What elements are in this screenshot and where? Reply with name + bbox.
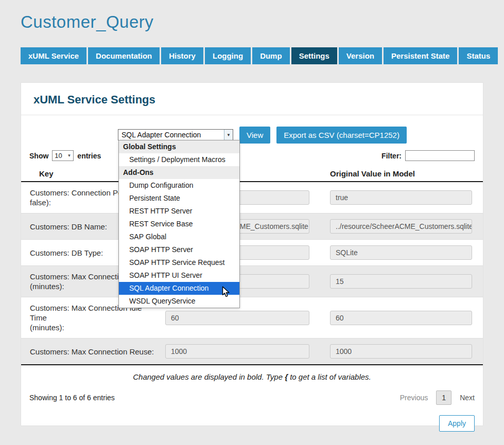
table-row: Customers: Max Connection Idle Time (min… — [21, 297, 483, 338]
tab-version[interactable]: Version — [339, 47, 382, 64]
table-row: Customers: Max Connection Reuse: 1000 10… — [21, 338, 483, 364]
view-button[interactable]: View — [239, 127, 270, 144]
page-size-value: 10 — [55, 152, 62, 159]
table-header: Key Value Original Value in Model — [21, 166, 483, 182]
option-sql-adapter-connection[interactable]: SQL Adapter Connection — [119, 282, 239, 295]
page-number-button[interactable]: 1 — [436, 390, 451, 405]
option-wsdl-queryservice[interactable]: WSDL QueryService — [119, 295, 239, 308]
table-row: Customers: Max Connection Age (minutes):… — [21, 265, 483, 297]
entries-label: entries — [77, 152, 101, 160]
filter-control: Filter: — [381, 150, 475, 161]
table-note: Changed values are displayed in bold. Ty… — [21, 365, 483, 386]
tab-xuml-service[interactable]: xUML Service — [21, 47, 86, 64]
tab-persistent-state[interactable]: Persistent State — [384, 47, 457, 64]
chevron-down-icon[interactable]: ▼ — [224, 130, 233, 140]
dropdown-group-add-ons: Add-Ons — [119, 166, 239, 179]
option-settings-deployment-macros[interactable]: Settings / Deployment Macros — [119, 153, 239, 166]
page: Customer_Query xUML Service Documentatio… — [0, 0, 504, 445]
page-size-control: Show 10 ▼ entries — [29, 150, 101, 161]
page-title: Customer_Query — [21, 12, 153, 32]
option-rest-service-base[interactable]: REST Service Base — [119, 218, 239, 230]
setting-original-value: SQLite — [330, 245, 472, 260]
previous-page-link[interactable]: Previous — [400, 394, 428, 402]
table-row: Customers: DB Type: SQLite SQLite — [21, 239, 483, 265]
option-sap-global[interactable]: SAP Global — [119, 230, 239, 243]
setting-original-value: 1000 — [330, 344, 472, 359]
showing-entries-text: Showing 1 to 6 of 6 entries — [29, 394, 115, 402]
dropdown-group-global-settings: Global Settings — [119, 140, 239, 153]
table-row: Customers: DB Name: ../resource/ScheerAC… — [21, 213, 483, 239]
page-size-select[interactable]: 10 ▼ — [52, 150, 74, 161]
settings-panel: xUML Service Settings SQL Adapter Connec… — [21, 82, 483, 426]
option-rest-http-server[interactable]: REST HTTP Server — [119, 205, 239, 218]
filter-input[interactable] — [405, 150, 475, 161]
option-soap-http-ui-server[interactable]: SOAP HTTP UI Server — [119, 269, 239, 282]
option-soap-http-service-request[interactable]: SOAP HTTP Service Request — [119, 256, 239, 269]
setting-original-value: 15 — [330, 274, 472, 289]
setting-original-value: 60 — [330, 311, 472, 325]
option-dump-configuration[interactable]: Dump Configuration — [119, 179, 239, 192]
setting-key: Customers: Max Connection Reuse: — [21, 347, 165, 357]
setting-value-input[interactable]: 1000 — [165, 344, 309, 359]
original-column-header: Original Value in Model — [320, 169, 475, 178]
pagination: Previous 1 Next — [400, 390, 475, 405]
tab-status[interactable]: Status — [459, 47, 498, 64]
setting-value-input[interactable]: 60 — [165, 311, 309, 325]
chevron-down-icon: ▼ — [67, 153, 71, 158]
table-row: Customers: Connection Pool (true/ false)… — [21, 182, 483, 213]
export-csv-button[interactable]: Export as CSV (charset=CP1252) — [276, 127, 407, 144]
settings-category-dropdown: Global Settings Settings / Deployment Ma… — [118, 140, 240, 308]
show-label: Show — [29, 152, 48, 160]
apply-row: Apply — [21, 409, 483, 440]
tab-logging[interactable]: Logging — [205, 47, 251, 64]
setting-original-value: true — [330, 190, 472, 205]
apply-button[interactable]: Apply — [439, 415, 475, 432]
option-persistent-state[interactable]: Persistent State — [119, 192, 239, 205]
settings-category-value: SQL Adapter Connection — [118, 130, 224, 140]
setting-original-value: ../resource/ScheerACME_Customers.sqlite — [330, 219, 472, 234]
settings-table: Customers: Connection Pool (true/ false)… — [21, 182, 483, 365]
settings-controls: SQL Adapter Connection ▼ Global Settings… — [21, 126, 483, 144]
list-footer: Showing 1 to 6 of 6 entries Previous 1 N… — [21, 386, 483, 409]
tab-documentation[interactable]: Documentation — [88, 47, 160, 64]
tab-bar: xUML Service Documentation History Loggi… — [21, 47, 498, 64]
filter-label: Filter: — [381, 152, 402, 160]
tab-dump[interactable]: Dump — [252, 47, 290, 64]
tab-history[interactable]: History — [161, 47, 203, 64]
next-page-link[interactable]: Next — [460, 394, 475, 402]
list-controls: Show 10 ▼ entries Filter: — [21, 144, 483, 166]
option-soap-http-server[interactable]: SOAP HTTP Server — [119, 243, 239, 256]
panel-heading: xUML Service Settings — [21, 83, 483, 115]
tab-settings[interactable]: Settings — [291, 47, 337, 64]
settings-category-select[interactable]: SQL Adapter Connection ▼ Global Settings… — [118, 129, 233, 140]
